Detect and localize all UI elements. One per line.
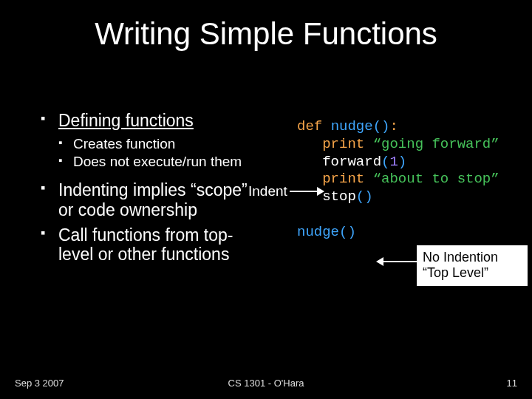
code-block: def nudge(): print “going forward” forwa…	[297, 118, 499, 241]
lparen3: (	[356, 188, 364, 205]
lparen2: (	[381, 154, 389, 170]
str-going-forward: “going forward”	[373, 136, 499, 152]
rparen: )	[381, 118, 389, 134]
sublist: Creates function Does not execute/run th…	[41, 136, 251, 170]
bullet-does-not-execute: Does not execute/run them	[41, 154, 251, 170]
callout-line2: “Top Level”	[423, 265, 522, 281]
slide: Writing Simple Functions Defining functi…	[0, 0, 532, 399]
rparen2: )	[398, 154, 406, 170]
bullet-defining: Defining functions	[41, 111, 251, 130]
bullet-indenting: Indenting implies “scope” or code owners…	[41, 180, 251, 219]
bullet-text: Defining functions	[58, 111, 194, 130]
rparen3: )	[364, 188, 372, 205]
page-title: Writing Simple Functions	[0, 16, 532, 52]
call-forward: forward	[322, 154, 381, 170]
call-nudge: nudge	[297, 224, 339, 240]
footer-center: CS 1301 - O'Hara	[0, 378, 532, 389]
indent-label: Indent	[248, 183, 287, 200]
lparen4: (	[339, 224, 347, 240]
kw-def: def	[297, 118, 322, 134]
colon: :	[389, 118, 398, 134]
call-stop: stop	[322, 188, 356, 205]
str-about-to-stop: “about to stop”	[373, 171, 499, 187]
fn-nudge: nudge	[331, 118, 373, 134]
num-1: 1	[389, 154, 398, 170]
arrow-callout-icon	[377, 261, 417, 262]
footer-page-number: 11	[507, 378, 517, 389]
kw-print2: print	[322, 171, 364, 187]
bullet-list: Defining functions Creates function Does…	[41, 111, 251, 270]
lparen: (	[373, 118, 381, 134]
callout-line1: No Indention	[423, 250, 522, 265]
callout-box: No Indention “Top Level”	[417, 245, 528, 286]
bullet-creates: Creates function	[41, 136, 251, 152]
bullet-call: Call functions from top-level or other f…	[41, 225, 251, 265]
rparen4: )	[347, 224, 355, 240]
kw-print1: print	[322, 136, 364, 152]
